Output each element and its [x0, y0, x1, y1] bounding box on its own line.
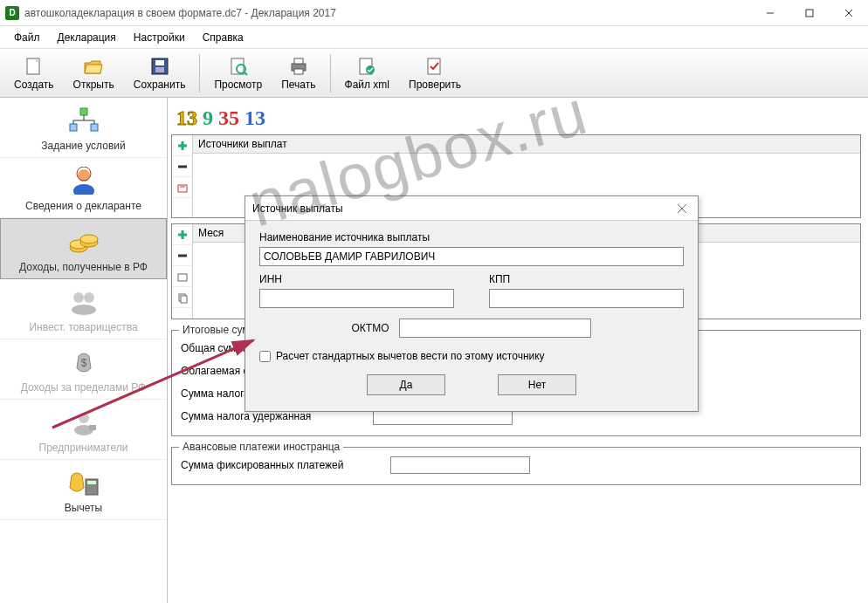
svg-marker-7	[85, 65, 102, 73]
svg-rect-1	[806, 10, 813, 17]
save-button[interactable]: Сохранить	[125, 51, 195, 95]
new-file-icon	[24, 56, 45, 77]
conditions-icon	[66, 105, 101, 136]
svg-point-35	[84, 292, 94, 303]
advance-label: Сумма фиксированных платежей	[181, 459, 390, 471]
app-icon: D	[5, 6, 19, 20]
sidebar-item-income-rf[interactable]: Доходы, полученные в РФ	[0, 218, 167, 279]
oktmo-input[interactable]	[399, 319, 591, 338]
dialog-title: Источник выплаты	[252, 202, 343, 215]
svg-rect-15	[294, 58, 303, 64]
std-deductions-label: Расчет стандартных вычетов вести по этом…	[276, 350, 545, 362]
add-month-button[interactable]	[172, 224, 192, 245]
edit-source-button[interactable]	[172, 177, 192, 198]
open-label: Открыть	[73, 79, 114, 91]
svg-point-34	[73, 292, 84, 303]
menubar: Файл Декларация Настройки Справка	[0, 26, 868, 49]
check-button[interactable]: Проверить	[400, 51, 470, 95]
titlebar: D автошколадекларация в своем формате.dc…	[0, 0, 868, 26]
check-icon	[424, 56, 445, 77]
source-dialog: Источник выплаты Наименование источника …	[245, 195, 699, 412]
kpp-label: КПП	[489, 273, 684, 285]
close-button[interactable]	[829, 0, 868, 26]
save-label: Сохранить	[134, 79, 186, 91]
menu-settings[interactable]: Настройки	[127, 30, 192, 45]
dialog-close-button[interactable]	[673, 200, 691, 217]
open-button[interactable]: Открыть	[65, 51, 123, 95]
svg-rect-53	[181, 296, 187, 303]
inn-input[interactable]	[259, 289, 454, 308]
sidebar-item-deductions[interactable]: Вычеты	[0, 460, 167, 520]
maximize-button[interactable]	[789, 0, 829, 26]
print-button[interactable]: Печать	[272, 51, 324, 95]
preview-label: Просмотр	[214, 79, 262, 91]
check-label: Проверить	[409, 79, 461, 91]
svg-rect-20	[80, 108, 87, 115]
moneybag-icon: $	[66, 346, 101, 378]
add-source-button[interactable]	[172, 135, 192, 156]
inn-label: ИНН	[259, 273, 454, 285]
svg-rect-51	[178, 274, 187, 281]
print-label: Печать	[281, 79, 315, 91]
toolbar: Создать Открыть Сохранить Просмотр Печат…	[0, 49, 868, 98]
copy-month-button[interactable]	[172, 287, 192, 308]
svg-text:$: $	[80, 357, 86, 369]
remove-source-button[interactable]	[172, 156, 192, 177]
svg-point-33	[80, 235, 98, 243]
sidebar-item-label: Доходы, полученные в РФ	[19, 261, 148, 273]
toolbar-separator	[330, 54, 331, 93]
xml-button[interactable]: Файл xml	[336, 51, 399, 95]
kpp-input[interactable]	[489, 289, 684, 308]
create-label: Создать	[14, 79, 54, 91]
sidebar-item-declarant[interactable]: Сведения о декларанте	[0, 158, 167, 218]
no-button[interactable]: Нет	[498, 374, 576, 395]
svg-rect-40	[89, 425, 96, 430]
preview-icon	[228, 56, 249, 77]
menu-help[interactable]: Справка	[196, 30, 251, 45]
svg-rect-42	[87, 481, 96, 484]
advance-input[interactable]	[390, 456, 530, 474]
sidebar-item-income-foreign: $ Доходы за пределами РФ	[0, 339, 167, 400]
svg-rect-10	[155, 67, 164, 72]
rate-tabs: 13 9 35 13	[171, 101, 861, 134]
sidebar-item-label: Задание условий	[41, 140, 125, 152]
svg-rect-46	[178, 185, 187, 192]
sidebar-item-conditions[interactable]: Задание условий	[0, 98, 167, 158]
sources-header: Источники выплат	[193, 135, 860, 154]
sidebar-item-label: Предприниматели	[39, 442, 128, 454]
sidebar: Задание условий Сведения о декларанте До…	[0, 98, 168, 603]
months-mini-toolbar	[172, 224, 193, 319]
toolbar-separator	[199, 54, 200, 93]
minimize-button[interactable]	[750, 0, 789, 26]
menu-declaration[interactable]: Декларация	[51, 30, 123, 45]
remove-month-button[interactable]	[172, 245, 192, 266]
person-icon	[66, 165, 101, 196]
rate-13[interactable]: 13	[176, 106, 197, 130]
source-name-label: Наименование источника выплаты	[259, 231, 684, 243]
sources-mini-toolbar	[172, 135, 193, 217]
save-icon	[149, 56, 170, 77]
tax-withheld-label: Сумма налога удержанная	[181, 410, 373, 422]
yes-button[interactable]: Да	[367, 374, 445, 395]
edit-month-button[interactable]	[172, 266, 192, 287]
svg-rect-9	[155, 60, 164, 65]
rate-13-alt[interactable]: 13	[245, 106, 265, 130]
sidebar-item-entrepreneurs: Предприниматели	[0, 400, 167, 460]
sidebar-item-label: Вычеты	[65, 502, 102, 514]
preview-button[interactable]: Просмотр	[205, 51, 271, 95]
invest-icon	[66, 286, 101, 318]
std-deductions-checkbox[interactable]	[259, 351, 271, 362]
svg-rect-21	[70, 124, 77, 131]
svg-rect-22	[91, 124, 98, 131]
sidebar-item-label: Инвест. товарищества	[29, 321, 137, 333]
sidebar-item-label: Сведения о декларанте	[25, 200, 141, 212]
menu-file[interactable]: Файл	[7, 30, 47, 45]
source-name-input[interactable]	[259, 247, 684, 266]
rate-35[interactable]: 35	[218, 106, 239, 130]
rate-9[interactable]: 9	[203, 106, 213, 130]
create-button[interactable]: Создать	[5, 51, 63, 95]
advance-panel: Авансовые платежи иностранца Сумма фикси…	[171, 447, 861, 485]
svg-point-38	[79, 413, 89, 423]
print-icon	[288, 56, 309, 77]
xml-label: Файл xml	[345, 79, 390, 91]
